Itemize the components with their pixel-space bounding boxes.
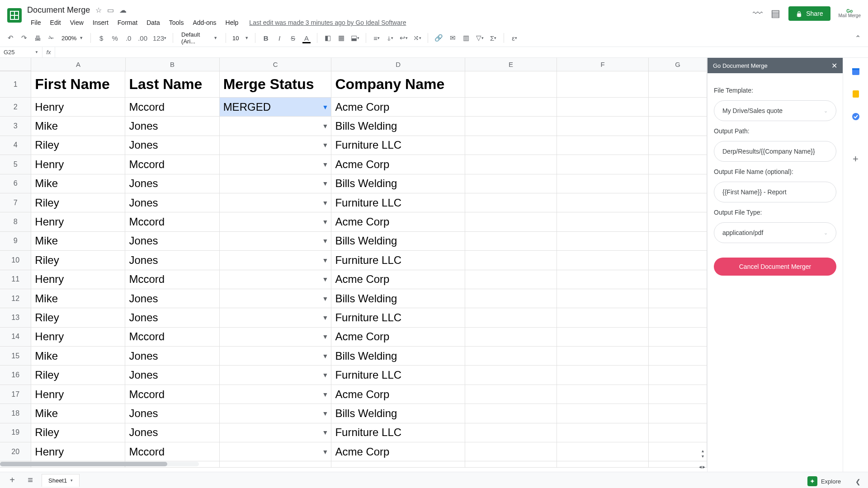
cell-E19[interactable] bbox=[465, 423, 557, 442]
calendar-sidebar-icon[interactable] bbox=[850, 66, 861, 77]
cell-E15[interactable] bbox=[465, 347, 557, 365]
star-icon[interactable]: ☆ bbox=[95, 6, 102, 14]
keep-sidebar-icon[interactable] bbox=[850, 89, 861, 99]
cell-G10[interactable] bbox=[649, 251, 707, 269]
cell-F2[interactable] bbox=[557, 98, 649, 116]
cell-E3[interactable] bbox=[465, 117, 557, 135]
cell-F13[interactable] bbox=[557, 308, 649, 327]
cell-F15[interactable] bbox=[557, 347, 649, 365]
row-header-9[interactable]: 9 bbox=[0, 232, 31, 250]
cell-C18[interactable]: ▼ bbox=[220, 404, 332, 422]
row-header-20[interactable]: 20 bbox=[0, 442, 31, 461]
cell-C16[interactable]: ▼ bbox=[220, 366, 332, 384]
col-header-F[interactable]: F bbox=[557, 58, 649, 71]
cell-F16[interactable] bbox=[557, 366, 649, 384]
cell-B6[interactable]: Jones bbox=[125, 174, 219, 193]
cloud-status-icon[interactable]: ☁ bbox=[119, 6, 127, 14]
cell-B4[interactable]: Jones bbox=[125, 136, 219, 155]
col-header-C[interactable]: C bbox=[220, 58, 332, 71]
dropdown-icon[interactable]: ▼ bbox=[322, 333, 329, 340]
menu-format[interactable]: Format bbox=[114, 17, 141, 28]
col-header-E[interactable]: E bbox=[465, 58, 557, 71]
cell-D3[interactable]: Bills Welding bbox=[331, 117, 465, 135]
font-size-select[interactable]: 10▼ bbox=[231, 35, 250, 42]
cell-G17[interactable] bbox=[649, 385, 707, 404]
cell-D4[interactable]: Furniture LLC bbox=[331, 136, 465, 155]
font-family-select[interactable]: Default (Ari...▼ bbox=[178, 31, 221, 45]
print-button[interactable]: 🖶 bbox=[32, 32, 43, 44]
cell-B19[interactable]: Jones bbox=[125, 423, 219, 442]
cell-E7[interactable] bbox=[465, 193, 557, 212]
header-cell-G[interactable] bbox=[649, 71, 707, 97]
cell-E5[interactable] bbox=[465, 155, 557, 174]
cell-E17[interactable] bbox=[465, 385, 557, 404]
cell-G5[interactable] bbox=[649, 155, 707, 174]
cell-C17[interactable]: ▼ bbox=[220, 385, 332, 404]
dropdown-icon[interactable]: ▼ bbox=[322, 410, 329, 417]
cell-C2[interactable]: MERGED▼ bbox=[220, 98, 332, 116]
cell-F4[interactable] bbox=[557, 136, 649, 155]
cell-G19[interactable] bbox=[649, 423, 707, 442]
paint-format-button[interactable]: ✁ bbox=[45, 32, 57, 44]
output-file-type-select[interactable]: application/pdf⌄ bbox=[714, 222, 836, 243]
cell-B5[interactable]: Mccord bbox=[125, 155, 219, 174]
cell-C13[interactable]: ▼ bbox=[220, 308, 332, 327]
cell-C4[interactable]: ▼ bbox=[220, 136, 332, 155]
dropdown-icon[interactable]: ▼ bbox=[322, 295, 329, 302]
file-template-select[interactable]: My Drive/Sales quote⌄ bbox=[714, 100, 836, 121]
cell-F20[interactable] bbox=[557, 442, 649, 461]
row-header-7[interactable]: 7 bbox=[0, 193, 31, 212]
cell-C14[interactable]: ▼ bbox=[220, 328, 332, 346]
row-header-2[interactable]: 2 bbox=[0, 98, 31, 116]
tasks-sidebar-icon[interactable] bbox=[850, 111, 861, 122]
cell-D21[interactable] bbox=[331, 461, 465, 467]
cell-E18[interactable] bbox=[465, 404, 557, 422]
dropdown-icon[interactable]: ▼ bbox=[322, 122, 329, 130]
cell-F14[interactable] bbox=[557, 328, 649, 346]
cell-D18[interactable]: Bills Welding bbox=[331, 404, 465, 422]
row-header-3[interactable]: 3 bbox=[0, 117, 31, 135]
cell-C7[interactable]: ▼ bbox=[220, 193, 332, 212]
col-header-G[interactable]: G bbox=[649, 58, 707, 71]
select-all-corner[interactable] bbox=[0, 58, 31, 71]
cell-G9[interactable] bbox=[649, 232, 707, 250]
dropdown-icon[interactable]: ▼ bbox=[322, 276, 329, 283]
cell-G4[interactable] bbox=[649, 136, 707, 155]
cell-A17[interactable]: Henry bbox=[31, 385, 125, 404]
cell-D5[interactable]: Acme Corp bbox=[331, 155, 465, 174]
col-header-D[interactable]: D bbox=[331, 58, 465, 71]
cell-A6[interactable]: Mike bbox=[31, 174, 125, 193]
cell-A8[interactable]: Henry bbox=[31, 212, 125, 231]
cell-E21[interactable] bbox=[465, 461, 557, 467]
dropdown-icon[interactable]: ▼ bbox=[322, 180, 329, 187]
sheet-tab-sheet1[interactable]: Sheet1▾ bbox=[42, 474, 80, 487]
text-rotate-button[interactable]: ⤭▾ bbox=[411, 32, 423, 44]
cell-D16[interactable]: Furniture LLC bbox=[331, 366, 465, 384]
cell-C9[interactable]: ▼ bbox=[220, 232, 332, 250]
menu-help[interactable]: Help bbox=[222, 17, 242, 28]
cell-B12[interactable]: Jones bbox=[125, 289, 219, 308]
cell-B11[interactable]: Mccord bbox=[125, 270, 219, 289]
header-cell-F[interactable] bbox=[557, 71, 649, 97]
header-cell-A[interactable]: First Name bbox=[31, 71, 125, 97]
cell-D12[interactable]: Bills Welding bbox=[331, 289, 465, 308]
dropdown-icon[interactable]: ▼ bbox=[322, 237, 329, 244]
dropdown-icon[interactable]: ▼ bbox=[322, 199, 329, 206]
cell-F18[interactable] bbox=[557, 404, 649, 422]
cell-G15[interactable] bbox=[649, 347, 707, 365]
row-header-14[interactable]: 14 bbox=[0, 328, 31, 346]
cell-A18[interactable]: Mike bbox=[31, 404, 125, 422]
row-header-13[interactable]: 13 bbox=[0, 308, 31, 327]
menu-tools[interactable]: Tools bbox=[165, 17, 188, 28]
cell-D17[interactable]: Acme Corp bbox=[331, 385, 465, 404]
cancel-merger-button[interactable]: Cancel Document Merger bbox=[714, 258, 836, 276]
add-sidebar-icon[interactable]: + bbox=[850, 154, 861, 164]
cell-B17[interactable]: Mccord bbox=[125, 385, 219, 404]
add-sheet-button[interactable]: + bbox=[5, 474, 19, 487]
menu-edit[interactable]: Edit bbox=[47, 17, 65, 28]
more-formats-button[interactable]: 123▾ bbox=[151, 32, 168, 44]
dropdown-icon[interactable]: ▼ bbox=[322, 161, 329, 168]
row-header-6[interactable]: 6 bbox=[0, 174, 31, 193]
redo-button[interactable]: ↷ bbox=[18, 32, 30, 44]
cell-F10[interactable] bbox=[557, 251, 649, 269]
